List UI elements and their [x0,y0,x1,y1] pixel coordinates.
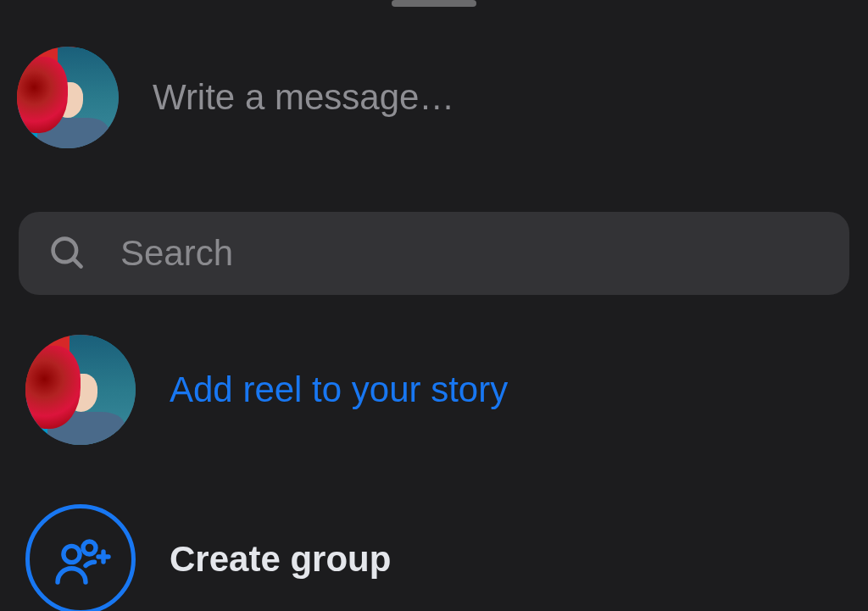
create-group-label: Create group [170,539,391,580]
create-group-row[interactable]: Create group [25,504,851,611]
user-avatar [17,47,119,148]
search-placeholder: Search [120,233,233,274]
add-story-row[interactable]: Add reel to your story [25,335,851,445]
svg-line-1 [73,258,81,266]
compose-message-row[interactable]: Write a message… [17,47,851,148]
drag-handle[interactable] [392,0,476,7]
create-group-icon [25,504,136,611]
svg-point-2 [64,546,80,562]
search-bar[interactable]: Search [19,212,849,295]
svg-point-3 [83,542,96,554]
compose-placeholder[interactable]: Write a message… [153,77,454,118]
search-icon [49,235,86,272]
user-avatar [25,335,136,445]
add-story-label: Add reel to your story [170,369,508,410]
